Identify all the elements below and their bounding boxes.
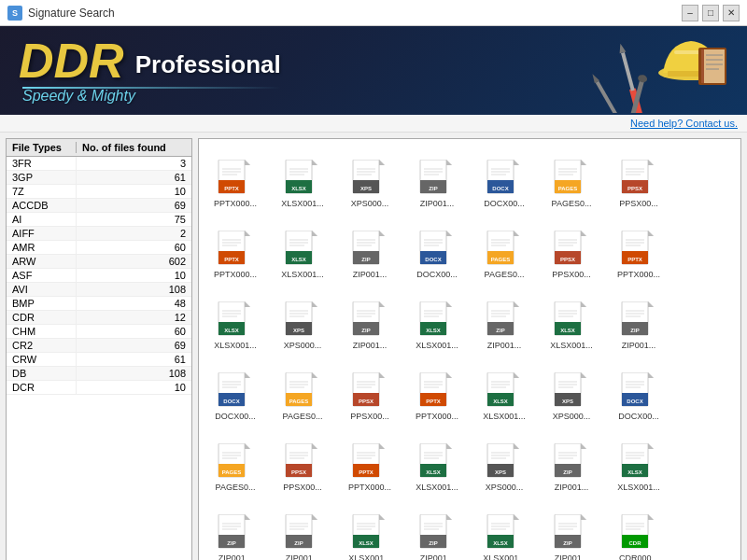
file-icon: PAGES [486, 231, 523, 268]
file-icon: PAGES [553, 160, 590, 197]
file-item[interactable]: PPSX PPSX00... [337, 356, 402, 425]
file-type-cell: CHM [7, 325, 77, 338]
file-item[interactable]: XLSX XLSX001... [472, 356, 537, 425]
file-icon: DOCX [217, 372, 254, 410]
file-item[interactable]: ZIP ZIP001... [203, 497, 268, 560]
svg-text:XLSX: XLSX [493, 540, 508, 546]
table-row[interactable]: DB108 [7, 367, 191, 381]
file-types-panel: File Types No. of files found 3FR33GP617… [6, 138, 192, 560]
table-row[interactable]: AI75 [7, 213, 191, 227]
file-type-cell: AMR [7, 241, 77, 254]
table-row[interactable]: ACCDB69 [7, 199, 191, 213]
table-row[interactable]: 7Z10 [7, 185, 191, 199]
file-item[interactable]: ZIP ZIP001... [606, 285, 671, 354]
file-item[interactable]: PAGES PAGES0... [203, 427, 268, 496]
file-item[interactable]: PPTX PPTX000... [337, 427, 402, 496]
table-row[interactable]: CDR12 [7, 311, 191, 325]
file-item[interactable]: XPS XPS000... [337, 143, 402, 212]
file-icon: XLSX [553, 301, 590, 339]
close-button[interactable]: ✕ [723, 5, 740, 21]
table-row[interactable]: DCR10 [7, 381, 191, 395]
file-item[interactable]: PAGES PAGES0... [472, 214, 537, 283]
svg-marker-301 [245, 514, 250, 520]
table-row[interactable]: AIFF2 [7, 227, 191, 241]
file-icon: XLSX [351, 514, 388, 552]
file-type-cell: CRW [7, 353, 77, 366]
file-item[interactable]: ZIP ZIP001... [270, 497, 335, 560]
file-item[interactable]: PAGES PAGES0... [539, 143, 604, 212]
table-row[interactable]: ASF10 [7, 269, 191, 283]
file-item[interactable]: PPTX PPTX000... [203, 214, 268, 283]
file-item[interactable]: PPTX PPTX000... [404, 356, 470, 425]
count-cell: 69 [77, 339, 191, 352]
count-cell: 10 [77, 269, 191, 282]
file-item[interactable]: CDR CDR000... [606, 497, 671, 560]
svg-marker-45 [446, 160, 452, 165]
file-item[interactable]: PPSX PPSX00... [539, 214, 604, 283]
table-row[interactable]: CR269 [7, 339, 191, 353]
maximize-button[interactable]: □ [702, 5, 719, 21]
file-icon: PPSX [351, 372, 388, 410]
table-row[interactable]: BMP48 [7, 297, 191, 311]
file-label: ZIP001... [555, 553, 589, 560]
table-row[interactable]: AVI108 [7, 283, 191, 297]
file-item[interactable]: XLSX XLSX001... [404, 427, 470, 496]
svg-marker-69 [648, 160, 654, 165]
file-icon: PPSX [553, 231, 590, 268]
file-item[interactable]: ZIP ZIP001... [337, 214, 402, 283]
file-item[interactable]: XLSX XLSX001... [606, 427, 671, 496]
file-label: DOCX00... [416, 270, 458, 280]
svg-text:DOCX: DOCX [492, 186, 508, 191]
count-cell: 12 [77, 311, 191, 324]
svg-text:ZIP: ZIP [361, 328, 370, 333]
table-row[interactable]: ARW602 [7, 255, 191, 269]
svg-marker-237 [648, 372, 654, 378]
file-item[interactable]: ZIP ZIP001... [472, 285, 537, 354]
file-item[interactable]: ZIP ZIP001... [539, 427, 604, 496]
file-item[interactable]: DOCX DOCX00... [203, 356, 268, 425]
file-item[interactable]: XLSX XLSX001... [539, 285, 604, 354]
file-icon: XLSX [620, 443, 657, 481]
minimize-button[interactable]: – [682, 5, 698, 21]
file-types-scroll[interactable]: 3FR33GP617Z10ACCDB69AI75AIFF2AMR60ARW602… [7, 157, 191, 560]
svg-marker-117 [581, 231, 586, 236]
file-item[interactable]: XPS XPS000... [472, 427, 537, 496]
file-icon: XPS [351, 160, 388, 197]
file-item[interactable]: PAGES PAGES0... [270, 356, 335, 425]
file-item[interactable]: XPS XPS000... [270, 285, 335, 354]
file-item[interactable]: XLSX XLSX001... [270, 214, 335, 283]
help-link[interactable]: Need help? Contact us. [630, 118, 738, 129]
file-item[interactable]: DOCX DOCX00... [606, 356, 671, 425]
svg-marker-165 [514, 301, 519, 307]
table-row[interactable]: 3GP61 [7, 171, 191, 185]
file-item[interactable]: ZIP ZIP001... [404, 497, 470, 560]
table-row[interactable]: AMR60 [7, 241, 191, 255]
file-item[interactable]: XLSX XLSX001... [270, 143, 335, 212]
file-item[interactable]: XLSX XLSX001... [337, 497, 402, 560]
file-label: XPS000... [351, 199, 389, 209]
table-row[interactable]: CHM60 [7, 325, 191, 339]
file-item[interactable]: XLSX XLSX001... [203, 285, 268, 354]
file-item[interactable]: XLSX XLSX001... [472, 497, 537, 560]
count-cell: 2 [77, 227, 191, 240]
file-item[interactable]: DOCX DOCX00... [472, 143, 537, 212]
file-item[interactable]: PPSX PPSX00... [606, 143, 671, 212]
svg-text:PPSX: PPSX [359, 399, 374, 404]
svg-marker-181 [648, 301, 654, 307]
file-item[interactable]: ZIP ZIP001... [337, 285, 402, 354]
file-item[interactable]: XPS XPS000... [539, 356, 604, 425]
svg-text:XLSX: XLSX [291, 186, 306, 191]
svg-text:XPS: XPS [562, 399, 573, 404]
file-item[interactable]: PPTX PPTX000... [203, 143, 268, 212]
file-type-cell: AIFF [7, 227, 77, 240]
file-item[interactable]: PPSX PPSX00... [270, 427, 335, 496]
file-item[interactable]: XLSX XLSX001... [404, 285, 470, 354]
table-row[interactable]: 3FR3 [7, 157, 191, 171]
table-row[interactable]: CRW61 [7, 353, 191, 367]
help-bar: Need help? Contact us. [0, 115, 747, 133]
file-item[interactable]: PPTX PPTX000... [606, 214, 671, 283]
files-grid[interactable]: PPTX PPTX000... XLSX XLSX001... XPS XPS0… [198, 138, 741, 560]
file-item[interactable]: ZIP ZIP001... [404, 143, 470, 212]
file-item[interactable]: ZIP ZIP001... [539, 497, 604, 560]
file-item[interactable]: DOCX DOCX00... [404, 214, 470, 283]
